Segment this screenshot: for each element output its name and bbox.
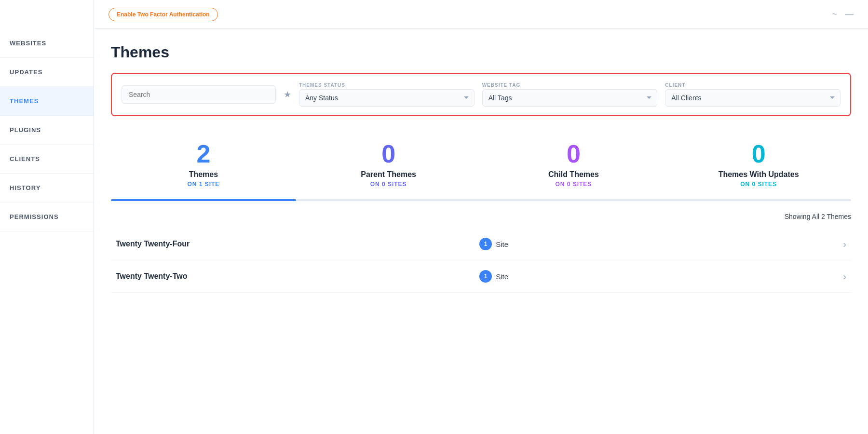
theme-name: Twenty Twenty-Two: [111, 272, 479, 281]
page-title: Themes: [111, 43, 851, 61]
stat-parent-themes-number: 0: [301, 141, 476, 166]
topbar-right: ~ —: [832, 9, 854, 19]
sidebar-item-clients[interactable]: CLIENTS: [0, 145, 94, 174]
client-label: CLIENT: [665, 82, 841, 88]
sidebar-item-plugins[interactable]: PLUGINS: [0, 116, 94, 145]
stat-parent-themes[interactable]: 0 Parent Themes ON 0 SITES: [296, 132, 481, 195]
menu-icon[interactable]: —: [845, 9, 854, 19]
topbar-left: Enable Two Factor Authentication: [108, 8, 218, 21]
user-icon[interactable]: ~: [832, 9, 837, 19]
themes-status-select[interactable]: Any Status: [299, 89, 475, 107]
stat-child-themes-number: 0: [486, 141, 662, 166]
website-tag-select[interactable]: All Tags: [482, 89, 658, 107]
stat-child-themes[interactable]: 0 Child Themes ON 0 SITES: [481, 132, 666, 195]
theme-name: Twenty Twenty-Four: [111, 240, 479, 248]
stat-themes-with-updates[interactable]: 0 Themes With Updates ON 0 SITES: [666, 132, 851, 195]
client-select[interactable]: All Clients: [665, 89, 841, 107]
stats-row: 2 Themes ON 1 SITE 0 Parent Themes ON 0 …: [111, 132, 851, 195]
themes-status-filter: THEMES STATUS Any Status: [299, 82, 475, 107]
stat-child-themes-label: Child Themes: [486, 170, 662, 179]
stat-themes-number: 2: [116, 141, 291, 166]
site-badge: 1: [479, 238, 492, 250]
chevron-down-icon: ›: [843, 271, 851, 282]
site-label: Site: [496, 272, 508, 281]
stat-themes-with-updates-number: 0: [671, 141, 846, 166]
filter-bar: ★ THEMES STATUS Any Status WEBSITE TAG A…: [111, 73, 851, 116]
table-row[interactable]: Twenty Twenty-Four 1 Site ›: [111, 228, 851, 260]
sidebar-item-updates[interactable]: UPDATES: [0, 58, 94, 87]
stat-child-themes-sub: ON 0 SITES: [486, 181, 662, 188]
showing-count: Showing All 2 Themes: [111, 213, 851, 220]
stat-themes-label: Themes: [116, 170, 291, 179]
stat-themes-with-updates-sub: ON 0 SITES: [671, 181, 846, 188]
sidebar-item-permissions[interactable]: PERMISSIONS: [0, 203, 94, 231]
topbar: Enable Two Factor Authentication ~ —: [94, 0, 868, 29]
sidebar-item-themes[interactable]: THEMES: [0, 87, 94, 116]
theme-site-info: 1 Site: [479, 270, 843, 283]
stat-themes-with-updates-label: Themes With Updates: [671, 170, 846, 179]
themes-status-label: THEMES STATUS: [299, 82, 475, 88]
stat-parent-themes-sub: ON 0 SITES: [301, 181, 476, 188]
search-input[interactable]: [122, 85, 276, 104]
enable-2fa-button[interactable]: Enable Two Factor Authentication: [108, 8, 218, 21]
sidebar: WEBSITES UPDATES THEMES PLUGINS CLIENTS …: [0, 0, 94, 434]
progress-container: [111, 199, 851, 201]
table-row[interactable]: Twenty Twenty-Two 1 Site ›: [111, 260, 851, 293]
website-tag-filter: WEBSITE TAG All Tags: [482, 82, 658, 107]
chevron-down-icon: ›: [843, 239, 851, 250]
site-label: Site: [496, 240, 508, 248]
website-tag-label: WEBSITE TAG: [482, 82, 658, 88]
stat-themes[interactable]: 2 Themes ON 1 SITE: [111, 132, 296, 195]
stat-themes-sub: ON 1 SITE: [116, 181, 291, 188]
client-filter: CLIENT All Clients: [665, 82, 841, 107]
favorite-button[interactable]: ★: [284, 89, 291, 100]
site-badge: 1: [479, 270, 492, 283]
theme-site-info: 1 Site: [479, 238, 843, 250]
sidebar-item-websites[interactable]: WEBSITES: [0, 29, 94, 58]
sidebar-item-history[interactable]: HISTORY: [0, 174, 94, 203]
main-content: Enable Two Factor Authentication ~ — The…: [94, 0, 868, 434]
stat-parent-themes-label: Parent Themes: [301, 170, 476, 179]
progress-bar: [111, 199, 296, 201]
content-area: Themes ★ THEMES STATUS Any Status WEBSIT…: [94, 29, 868, 307]
